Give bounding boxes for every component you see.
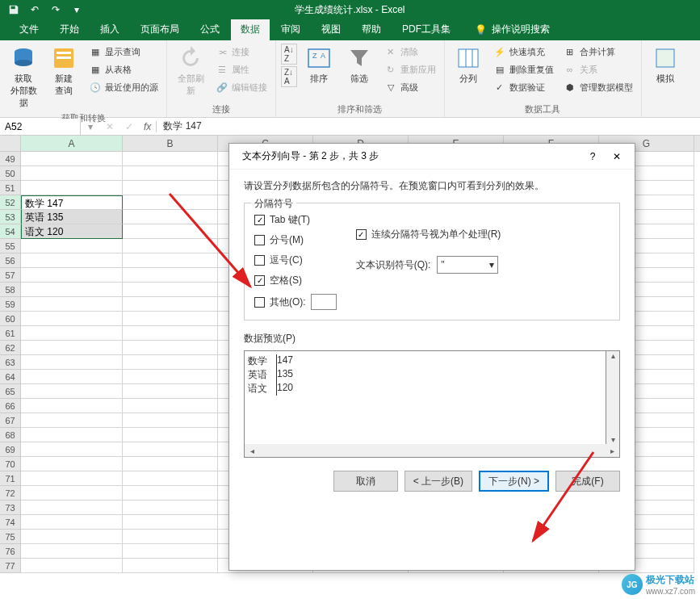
row-header[interactable]: 58 xyxy=(0,283,21,297)
cell[interactable] xyxy=(123,501,218,515)
row-header[interactable]: 64 xyxy=(0,370,21,384)
properties-button[interactable]: ☰属性 xyxy=(212,61,270,77)
tab-file[interactable]: 文件 xyxy=(10,19,48,40)
flash-fill-button[interactable]: ⚡快速填充 xyxy=(490,44,557,60)
recent-sources-button[interactable]: 🕓最近使用的源 xyxy=(86,79,161,95)
row-header[interactable]: 59 xyxy=(0,297,21,312)
cell[interactable] xyxy=(21,239,123,253)
cell[interactable] xyxy=(21,442,123,457)
cell[interactable] xyxy=(123,413,218,428)
reapply-button[interactable]: ↻重新应用 xyxy=(381,61,439,77)
other-delimiter-input[interactable] xyxy=(311,294,337,310)
scroll-left-icon[interactable]: ◂ xyxy=(246,446,258,455)
row-header[interactable]: 74 xyxy=(0,515,21,530)
cell[interactable] xyxy=(123,370,218,384)
cell[interactable] xyxy=(123,428,218,442)
cell[interactable] xyxy=(21,515,123,530)
tab-review[interactable]: 审阅 xyxy=(271,19,310,40)
cell[interactable] xyxy=(123,268,218,283)
cell[interactable] xyxy=(21,530,123,544)
cell[interactable] xyxy=(21,501,123,515)
cell[interactable] xyxy=(123,384,218,399)
remove-dup-button[interactable]: ▤删除重复值 xyxy=(490,61,557,77)
name-box-dropdown-icon[interactable]: ▾ xyxy=(81,121,100,132)
preview-hscroll[interactable]: ◂ ▸ xyxy=(244,444,620,458)
row-header[interactable]: 51 xyxy=(0,181,21,195)
cell[interactable] xyxy=(21,181,123,195)
consolidate-button[interactable]: ⊞合并计算 xyxy=(560,44,636,60)
row-header[interactable]: 73 xyxy=(0,501,21,515)
tab-help[interactable]: 帮助 xyxy=(352,19,391,40)
cell[interactable] xyxy=(21,355,123,370)
cell[interactable] xyxy=(21,370,123,384)
cancel-button[interactable]: 取消 xyxy=(333,471,398,492)
new-query-button[interactable]: 新建查询 xyxy=(45,44,82,98)
show-queries-button[interactable]: ▦显示查询 xyxy=(86,44,161,60)
cell[interactable] xyxy=(123,152,218,166)
cell[interactable] xyxy=(123,253,218,268)
clear-filter-button[interactable]: ✕清除 xyxy=(381,44,439,60)
dialog-titlebar[interactable]: 文本分列向导 - 第 2 步，共 3 步 ? ✕ xyxy=(229,144,635,170)
fx-icon[interactable]: fx xyxy=(139,121,157,132)
cell[interactable] xyxy=(123,442,218,457)
qat-dropdown-icon[interactable]: ▾ xyxy=(68,1,86,19)
row-header[interactable]: 67 xyxy=(0,413,21,428)
row-header[interactable]: 70 xyxy=(0,457,21,471)
cell[interactable] xyxy=(123,297,218,312)
finish-button[interactable]: 完成(F) xyxy=(555,471,620,492)
next-button[interactable]: 下一步(N) > xyxy=(479,471,549,492)
back-button[interactable]: < 上一步(B) xyxy=(404,471,472,492)
tab-home[interactable]: 开始 xyxy=(50,19,89,40)
cancel-edit-icon[interactable]: ✕ xyxy=(100,121,119,132)
undo-icon[interactable]: ↶ xyxy=(26,1,44,19)
cell[interactable] xyxy=(21,428,123,442)
cell[interactable] xyxy=(123,530,218,544)
cell[interactable] xyxy=(123,312,218,326)
row-header[interactable]: 54 xyxy=(0,224,21,239)
cell[interactable] xyxy=(21,312,123,326)
cell[interactable]: 语文 120 xyxy=(21,224,123,239)
cell[interactable]: 英语 135 xyxy=(21,210,123,224)
row-header[interactable]: 65 xyxy=(0,384,21,399)
checkbox-space[interactable]: 空格(S) xyxy=(254,274,337,287)
dialog-help-icon[interactable]: ? xyxy=(581,147,604,166)
row-header[interactable]: 76 xyxy=(0,544,21,559)
redo-icon[interactable]: ↷ xyxy=(47,1,65,19)
tab-view[interactable]: 视图 xyxy=(312,19,350,40)
cell[interactable] xyxy=(21,471,123,486)
edit-links-button[interactable]: 🔗编辑链接 xyxy=(212,79,270,95)
cell[interactable] xyxy=(123,166,218,181)
row-header[interactable]: 55 xyxy=(0,239,21,253)
row-header[interactable]: 63 xyxy=(0,355,21,370)
from-table-button[interactable]: ▦从表格 xyxy=(86,61,161,77)
tab-layout[interactable]: 页面布局 xyxy=(131,19,189,40)
confirm-edit-icon[interactable]: ✓ xyxy=(119,121,139,132)
row-header[interactable]: 56 xyxy=(0,253,21,268)
cell[interactable] xyxy=(21,486,123,501)
cell[interactable] xyxy=(123,283,218,297)
cell[interactable] xyxy=(123,224,218,239)
data-validation-button[interactable]: ✓数据验证 xyxy=(490,79,557,95)
row-header[interactable]: 50 xyxy=(0,166,21,181)
formula-content[interactable]: 数学 147 xyxy=(157,119,207,133)
cell[interactable] xyxy=(21,413,123,428)
advanced-filter-button[interactable]: ▽高级 xyxy=(381,79,439,95)
cell[interactable] xyxy=(123,457,218,471)
cell[interactable] xyxy=(123,239,218,253)
cell[interactable] xyxy=(21,457,123,471)
checkbox-tab[interactable]: Tab 键(T) xyxy=(254,213,337,227)
row-header[interactable]: 66 xyxy=(0,399,21,413)
cell[interactable] xyxy=(123,515,218,530)
cell[interactable] xyxy=(123,559,218,573)
tab-pdf[interactable]: PDF工具集 xyxy=(392,19,460,40)
row-header[interactable]: 60 xyxy=(0,312,21,326)
data-model-button[interactable]: ⬢管理数据模型 xyxy=(560,79,636,95)
cell[interactable] xyxy=(123,326,218,341)
tab-data[interactable]: 数据 xyxy=(231,19,270,40)
row-header[interactable]: 69 xyxy=(0,442,21,457)
cell[interactable] xyxy=(123,195,218,210)
cell[interactable] xyxy=(21,341,123,355)
cell[interactable] xyxy=(21,268,123,283)
row-header[interactable]: 77 xyxy=(0,559,21,573)
cell[interactable] xyxy=(21,384,123,399)
